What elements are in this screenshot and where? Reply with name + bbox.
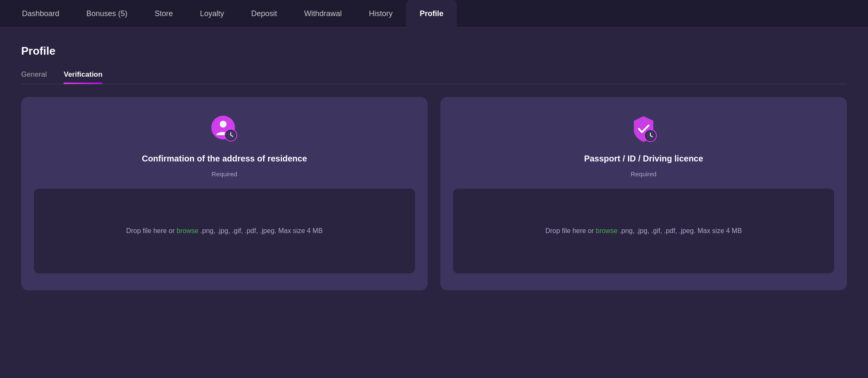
nav-item-withdrawal[interactable]: Withdrawal <box>290 0 355 28</box>
address-drop-text-before: Drop file here or <box>126 227 177 234</box>
svg-point-1 <box>220 121 227 128</box>
nav-item-history[interactable]: History <box>355 0 406 28</box>
passport-card-title: Passport / ID / Driving licence <box>584 154 703 164</box>
main-content: Profile General Verification <box>0 28 868 307</box>
tab-general[interactable]: General <box>21 70 47 84</box>
passport-icon <box>629 114 658 144</box>
nav-item-store[interactable]: Store <box>141 0 186 28</box>
address-drop-zone[interactable]: Drop file here or browse .png, .jpg, .gi… <box>34 189 415 273</box>
nav-item-dashboard[interactable]: Dashboard <box>8 0 73 28</box>
nav-item-loyalty[interactable]: Loyalty <box>186 0 238 28</box>
address-drop-text-after: .png, .jpg, .gif, .pdf, .jpeg. Max size … <box>199 227 323 234</box>
cards-container: Confirmation of the address of residence… <box>21 97 847 290</box>
page-title: Profile <box>21 44 847 58</box>
address-browse-link[interactable]: browse <box>177 227 199 234</box>
passport-drop-text-after: .png, .jpg, .gif, .pdf, .jpeg. Max size … <box>618 227 742 234</box>
passport-card-subtitle: Required <box>631 170 657 178</box>
passport-drop-zone-text: Drop file here or browse .png, .jpg, .gi… <box>545 225 742 236</box>
passport-browse-link[interactable]: browse <box>596 227 618 234</box>
address-card-subtitle: Required <box>212 170 238 178</box>
passport-drop-zone[interactable]: Drop file here or browse .png, .jpg, .gi… <box>453 189 834 273</box>
address-card-title: Confirmation of the address of residence <box>142 154 307 164</box>
address-drop-zone-text: Drop file here or browse .png, .jpg, .gi… <box>126 225 323 236</box>
nav-item-bonuses[interactable]: Bonuses (5) <box>73 0 141 28</box>
top-navigation: Dashboard Bonuses (5) Store Loyalty Depo… <box>0 0 868 28</box>
tab-verification[interactable]: Verification <box>64 70 102 84</box>
sub-tabs: General Verification <box>21 70 847 84</box>
address-verification-card: Confirmation of the address of residence… <box>21 97 428 290</box>
nav-item-deposit[interactable]: Deposit <box>238 0 290 28</box>
passport-verification-card: Passport / ID / Driving licence Required… <box>440 97 847 290</box>
nav-item-profile[interactable]: Profile <box>406 0 457 28</box>
tab-divider <box>21 84 847 84</box>
address-icon <box>210 114 239 144</box>
passport-drop-text-before: Drop file here or <box>545 227 596 234</box>
